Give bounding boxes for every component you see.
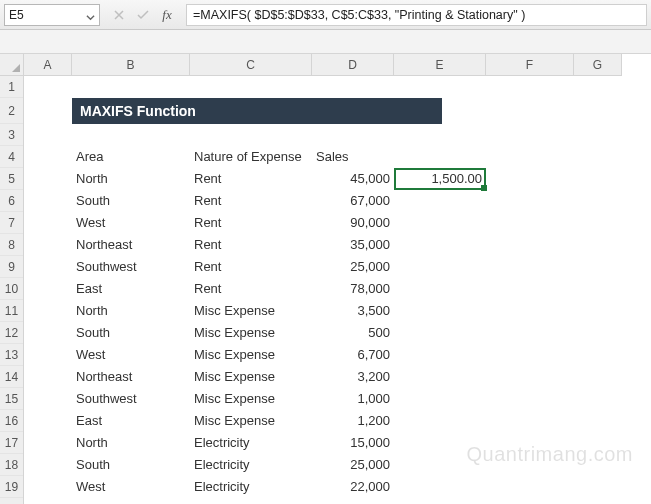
- row-header[interactable]: 8: [0, 234, 23, 256]
- row-header[interactable]: 17: [0, 432, 23, 454]
- cell-nature[interactable]: Rent: [190, 278, 312, 300]
- sheet-title: MAXIFS Function: [72, 98, 442, 124]
- column-headers: A B C D E F G: [24, 54, 622, 76]
- col-header-D[interactable]: D: [312, 54, 394, 75]
- cell-area[interactable]: West: [72, 476, 190, 498]
- row-header[interactable]: 18: [0, 454, 23, 476]
- row-header[interactable]: 11: [0, 300, 23, 322]
- cell-sales[interactable]: 6,700: [312, 344, 394, 366]
- row-header[interactable]: 6: [0, 190, 23, 212]
- fx-icon[interactable]: fx: [160, 8, 174, 22]
- cell-sales[interactable]: 3,200: [312, 366, 394, 388]
- formula-bar: E5 fx =MAXIFS( $D$5:$D$33, C$5:C$33, "Pr…: [0, 0, 651, 30]
- table-row: NorthElectricity15,000: [24, 432, 651, 454]
- row-header[interactable]: 16: [0, 410, 23, 432]
- row-header[interactable]: 10: [0, 278, 23, 300]
- cell-nature[interactable]: Rent: [190, 212, 312, 234]
- table-row: SouthwestMisc Expense1,000: [24, 388, 651, 410]
- table-row: EastRent78,000: [24, 278, 651, 300]
- row-header[interactable]: 2: [0, 98, 23, 124]
- row-header[interactable]: 3: [0, 124, 23, 146]
- cancel-icon[interactable]: [112, 8, 126, 22]
- col-header-F[interactable]: F: [486, 54, 574, 75]
- cell-area[interactable]: South: [72, 190, 190, 212]
- col-header-G[interactable]: G: [574, 54, 622, 75]
- row-header[interactable]: 19: [0, 476, 23, 498]
- row-header[interactable]: 5: [0, 168, 23, 190]
- formula-input[interactable]: =MAXIFS( $D$5:$D$33, C$5:C$33, "Printing…: [186, 4, 647, 26]
- cell-area[interactable]: Southwest: [72, 256, 190, 278]
- chevron-down-icon[interactable]: [86, 10, 95, 19]
- cell-nature[interactable]: Rent: [190, 234, 312, 256]
- cell-sales[interactable]: 1,200: [312, 410, 394, 432]
- table-row: SouthMisc Expense500: [24, 322, 651, 344]
- cell-nature[interactable]: Misc Expense: [190, 410, 312, 432]
- col-header-C[interactable]: C: [190, 54, 312, 75]
- cell-area[interactable]: Northeast: [72, 366, 190, 388]
- cell-area[interactable]: East: [72, 278, 190, 300]
- table-header-row: Area Nature of Expense Sales: [24, 146, 651, 168]
- cell-area[interactable]: North: [72, 432, 190, 454]
- name-box[interactable]: E5: [4, 4, 100, 26]
- row-header[interactable]: 14: [0, 366, 23, 388]
- cell-area[interactable]: East: [72, 410, 190, 432]
- row-header[interactable]: 13: [0, 344, 23, 366]
- check-icon[interactable]: [136, 8, 150, 22]
- cell-sales[interactable]: 22,000: [312, 476, 394, 498]
- select-all-corner[interactable]: [0, 54, 24, 76]
- cell-area[interactable]: North: [72, 300, 190, 322]
- row-header[interactable]: 9: [0, 256, 23, 278]
- col-header-E[interactable]: E: [394, 54, 486, 75]
- cell-result[interactable]: 1,500.00: [394, 168, 486, 190]
- cell-nature[interactable]: Misc Expense: [190, 388, 312, 410]
- cell-sales[interactable]: 67,000: [312, 190, 394, 212]
- cell-nature[interactable]: Electricity: [190, 476, 312, 498]
- cell-sales[interactable]: 45,000: [312, 168, 394, 190]
- cell-nature[interactable]: Misc Expense: [190, 344, 312, 366]
- cell-area[interactable]: Southwest: [72, 388, 190, 410]
- row-header[interactable]: 7: [0, 212, 23, 234]
- table-row: WestRent90,000: [24, 212, 651, 234]
- table-row: SouthRent67,000: [24, 190, 651, 212]
- cell-area[interactable]: West: [72, 344, 190, 366]
- row-header[interactable]: 12: [0, 322, 23, 344]
- cell-sales[interactable]: 25,000: [312, 454, 394, 476]
- cell-area[interactable]: Northeast: [72, 234, 190, 256]
- cell-nature[interactable]: Rent: [190, 168, 312, 190]
- cell-nature[interactable]: Misc Expense: [190, 300, 312, 322]
- spreadsheet-grid: A B C D E F G 1 2 3 4 5 6 7 8 9 10: [0, 54, 651, 504]
- cell-sales[interactable]: 25,000: [312, 256, 394, 278]
- row-header[interactable]: 1: [0, 76, 23, 98]
- table-row: NorthMisc Expense3,500: [24, 300, 651, 322]
- row-header[interactable]: 15: [0, 388, 23, 410]
- header-nature: Nature of Expense: [190, 146, 312, 168]
- table-row: North Rent 45,000 1,500.00: [24, 168, 651, 190]
- cell-sales[interactable]: 90,000: [312, 212, 394, 234]
- cell-sales[interactable]: 15,000: [312, 432, 394, 454]
- cell-area[interactable]: West: [72, 212, 190, 234]
- cell-nature[interactable]: Electricity: [190, 454, 312, 476]
- cell-nature[interactable]: Misc Expense: [190, 366, 312, 388]
- row-header[interactable]: 4: [0, 146, 23, 168]
- header-sales: Sales: [312, 146, 394, 168]
- table-row: NortheastRent35,000: [24, 234, 651, 256]
- cell-sales[interactable]: 35,000: [312, 234, 394, 256]
- cell-nature[interactable]: Electricity: [190, 432, 312, 454]
- col-header-B[interactable]: B: [72, 54, 190, 75]
- table-row: EastMisc Expense1,200: [24, 410, 651, 432]
- cell-sales[interactable]: 500: [312, 322, 394, 344]
- cell-area[interactable]: South: [72, 454, 190, 476]
- cell-nature[interactable]: Misc Expense: [190, 322, 312, 344]
- cell-sales[interactable]: 78,000: [312, 278, 394, 300]
- cell-sales[interactable]: 3,500: [312, 300, 394, 322]
- cell-nature[interactable]: Rent: [190, 190, 312, 212]
- cell-sales[interactable]: 1,000: [312, 388, 394, 410]
- cells-area[interactable]: MAXIFS Function Area Nature of Expense S…: [24, 76, 651, 504]
- cell-nature[interactable]: Rent: [190, 256, 312, 278]
- table-row: WestMisc Expense6,700: [24, 344, 651, 366]
- cell-area[interactable]: North: [72, 168, 190, 190]
- cell-area[interactable]: South: [72, 322, 190, 344]
- ribbon-spacer: [0, 30, 651, 54]
- header-area: Area: [72, 146, 190, 168]
- col-header-A[interactable]: A: [24, 54, 72, 75]
